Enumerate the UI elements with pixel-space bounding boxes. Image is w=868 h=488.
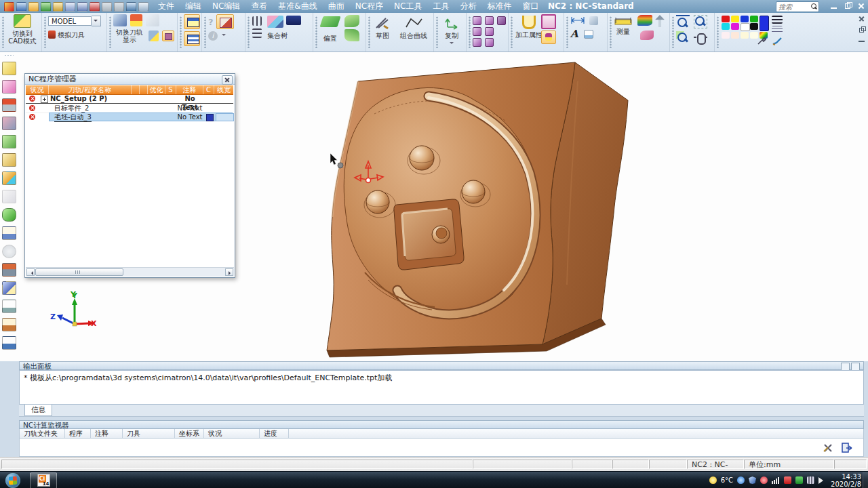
color-pale2-swatch[interactable] — [731, 32, 739, 39]
nc-monitor-body[interactable] — [19, 439, 864, 457]
tool-stand-icon[interactable] — [2, 263, 16, 277]
app-flower-icon[interactable] — [760, 476, 768, 484]
menu-file[interactable]: 文件 — [153, 0, 180, 13]
mon-col-progress[interactable]: 进度 — [260, 429, 289, 438]
mon-col-folder[interactable]: 刀轨文件夹 — [20, 429, 65, 438]
copy-label[interactable]: 复制 — [440, 32, 463, 39]
menu-tools[interactable]: 工具 — [427, 0, 454, 13]
color-green-swatch[interactable] — [750, 16, 758, 22]
tool-frame-icon[interactable] — [541, 14, 556, 29]
line-widths-icon[interactable] — [772, 26, 783, 34]
menu-analysis[interactable]: 分析 — [454, 0, 481, 13]
color-black-swatch[interactable] — [750, 23, 758, 30]
mon-col-comment[interactable]: 注释 — [91, 429, 123, 438]
stop-calc-icon[interactable] — [823, 443, 833, 453]
col-comment[interactable]: 注释 — [176, 85, 203, 94]
folder-edit-icon[interactable] — [2, 171, 16, 185]
restore-button[interactable] — [844, 2, 852, 10]
mon-col-program[interactable]: 程序 — [65, 429, 91, 438]
assembly-tree-label[interactable]: 集合树 — [267, 32, 288, 39]
solid-cube-icon-2[interactable] — [485, 16, 494, 25]
nc-manager-close-button[interactable] — [222, 75, 233, 85]
color-magenta-swatch[interactable] — [731, 23, 739, 30]
copy-icon[interactable] — [443, 16, 460, 30]
menu-surface[interactable]: 曲面 — [323, 0, 350, 13]
machining-attrs-label[interactable]: 加工属性 — [515, 31, 542, 39]
solid-cube-icon-5[interactable] — [485, 27, 494, 36]
security-shield-icon[interactable] — [749, 476, 756, 484]
h-dimension-icon[interactable] — [570, 16, 585, 25]
color-yellow-swatch[interactable] — [731, 16, 739, 22]
nc-manager-hscrollbar[interactable] — [26, 267, 234, 277]
open-file-icon[interactable] — [28, 2, 39, 12]
solid-cube-icon-4[interactable] — [473, 27, 481, 36]
menu-nc-edit[interactable]: NC编辑 — [207, 0, 245, 13]
color-pale1-swatch[interactable] — [722, 32, 730, 39]
text-tool-icon[interactable]: A — [570, 28, 578, 40]
paintbrush-icon[interactable] — [772, 36, 783, 45]
target-part-icon[interactable] — [2, 135, 16, 148]
toolpath-display-label[interactable]: 切换刀轨显示 — [113, 28, 145, 43]
measure-icon[interactable] — [614, 16, 632, 26]
mdi-close-button[interactable] — [858, 16, 866, 23]
mixer-icon[interactable] — [807, 476, 814, 484]
col-linewidth[interactable]: 线宽 — [214, 85, 233, 94]
taskbar-app-cimatron[interactable]: Ci 14 — [30, 472, 57, 488]
doc-export-icon[interactable] — [2, 336, 16, 350]
surface-sheet2-icon[interactable] — [344, 29, 359, 41]
green-app-icon[interactable] — [795, 476, 803, 484]
taskbar-clock[interactable]: 14:33 2020/2/8 — [831, 473, 861, 488]
undo-icon[interactable] — [102, 2, 112, 12]
model-selector-value[interactable]: MODEL — [48, 16, 92, 26]
plunger-tool-icon[interactable] — [2, 98, 16, 112]
menu-edit[interactable]: 编辑 — [180, 0, 207, 13]
volume-icon[interactable] — [818, 477, 827, 484]
scrollbar-thumb[interactable] — [35, 268, 123, 276]
simulate-tool-icon[interactable] — [48, 30, 56, 39]
temperature-label[interactable]: 6°C — [721, 476, 733, 484]
solid-cube-icon-6[interactable] — [473, 38, 481, 47]
doc-pin-icon[interactable] — [2, 318, 16, 331]
menu-window[interactable]: 窗口 — [517, 0, 544, 13]
menu-standard-parts[interactable]: 标准件 — [481, 0, 517, 13]
col-spare2[interactable] — [140, 85, 148, 94]
tool-holder-icon[interactable] — [2, 117, 16, 130]
color-blue-swatch[interactable] — [741, 16, 749, 22]
output-panel-body[interactable]: * 模板从c:\programdata\3d systems\cimatron\… — [19, 370, 864, 405]
row-name[interactable]: 毛坯-自动_3 — [54, 113, 92, 122]
zoom-window-icon[interactable] — [694, 15, 707, 28]
composite-curve-icon[interactable] — [404, 16, 423, 30]
mdi-restore-button[interactable] — [858, 26, 866, 33]
alert-badge-icon[interactable] — [784, 476, 791, 484]
zoom-selected-icon[interactable] — [676, 31, 690, 45]
composite-curve-label[interactable]: 组合曲线 — [400, 32, 427, 39]
doc-flow-icon[interactable] — [2, 300, 16, 313]
stock-cube-icon[interactable] — [2, 153, 16, 167]
toolpath-color-swatch[interactable] — [206, 114, 214, 121]
mdi-minimize-button[interactable] — [858, 36, 866, 43]
col-toolpath-name[interactable]: 刀轨/程序名称 — [49, 85, 132, 94]
minimize-button[interactable] — [830, 2, 838, 10]
mon-col-tool[interactable]: 刀具 — [123, 429, 175, 438]
col-spare1[interactable] — [132, 85, 140, 94]
import-icon[interactable] — [41, 2, 51, 12]
color-active-swatch[interactable] — [760, 16, 769, 31]
menu-nc-tools[interactable]: NC工具 — [389, 0, 427, 13]
nc-row-stock[interactable]: 毛坯-自动_3 No Text — [26, 113, 233, 121]
bookmark-icon[interactable] — [90, 2, 100, 12]
catalog-dropdown-icon[interactable] — [222, 34, 226, 38]
weather-icon[interactable] — [709, 476, 717, 484]
simulate-tool-label[interactable]: 模拟刀具 — [58, 31, 85, 39]
row-name[interactable]: NC_Setup (2 P) — [50, 94, 107, 103]
search-input[interactable] — [776, 3, 810, 11]
menu-datum-curves[interactable]: 基准&曲线 — [273, 0, 322, 13]
page-transfer-icon[interactable] — [2, 226, 16, 240]
color-cyan-swatch[interactable] — [722, 23, 730, 30]
col-c[interactable]: C — [203, 85, 214, 94]
color-white-swatch[interactable] — [741, 23, 750, 31]
window-grid-icon[interactable] — [65, 2, 75, 12]
color-pale3-swatch[interactable] — [741, 32, 749, 39]
show-desktop-button[interactable] — [863, 472, 868, 488]
zoom-line-icon[interactable] — [676, 15, 690, 30]
mon-col-ucs[interactable]: 坐标系 — [175, 429, 204, 438]
